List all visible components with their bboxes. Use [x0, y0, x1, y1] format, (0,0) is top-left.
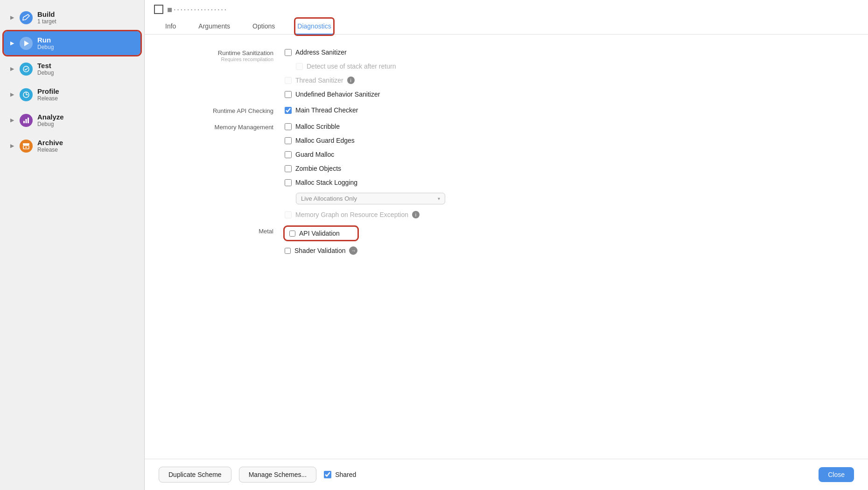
detect-stack-row: Detect use of stack after return [285, 63, 396, 70]
live-allocations-label: Live Allocations Only [301, 195, 357, 202]
address-sanitizer-checkbox[interactable] [285, 49, 292, 56]
runtime-api-label: Runtime API Checking [173, 106, 285, 114]
memory-graph-label: Memory Graph on Resource Exception [295, 211, 408, 218]
svg-rect-6 [23, 143, 29, 145]
chevron-icon: ▶ [10, 91, 14, 98]
svg-rect-4 [26, 119, 27, 123]
tab-diagnostics[interactable]: Diagnostics [295, 19, 333, 35]
sidebar-item-test[interactable]: ▶ Test Debug [4, 57, 140, 81]
run-icon [20, 37, 33, 50]
tab-info[interactable]: Info [163, 19, 178, 35]
memory-graph-row: Memory Graph on Resource Exception i [285, 211, 445, 218]
metal-section: Metal API Validation Shader Validation → [173, 227, 840, 255]
memory-management-label: Memory Management [173, 123, 285, 131]
shared-row: Shared [324, 471, 356, 478]
runtime-sanitization-section: Runtime Sanitization Requires recompilat… [173, 49, 840, 98]
zombie-objects-label: Zombie Objects [295, 165, 341, 172]
address-sanitizer-label: Address Sanitizer [295, 49, 347, 56]
archive-name: Archive [37, 139, 63, 147]
metal-content: API Validation Shader Validation → [285, 227, 357, 255]
profile-name: Profile [37, 87, 59, 95]
archive-sub: Release [37, 147, 63, 153]
detect-stack-checkbox[interactable] [296, 63, 303, 70]
content-area: ◼ · · · · · · · · · · · · · · · · Info A… [145, 0, 868, 490]
scheme-icon [154, 5, 163, 14]
memory-management-content: Malloc Scribble Malloc Guard Edges Guard… [285, 123, 445, 218]
malloc-scribble-label: Malloc Scribble [295, 123, 340, 130]
api-validation-row: API Validation [285, 227, 357, 240]
main-thread-label: Main Thread Checker [295, 106, 358, 114]
svg-rect-5 [28, 118, 29, 123]
build-name: Build [37, 10, 56, 18]
profile-sub: Release [37, 95, 59, 102]
runtime-api-section: Runtime API Checking Main Thread Checker [173, 106, 840, 114]
api-validation-checkbox[interactable] [289, 231, 295, 237]
shader-validation-row: Shader Validation → [285, 246, 357, 255]
run-sub: Debug [37, 44, 54, 50]
run-name: Run [37, 36, 54, 44]
thread-sanitizer-info-icon[interactable]: i [347, 77, 355, 84]
live-allocations-row: Live Allocations Only ▾ [285, 193, 445, 204]
runtime-sanitization-content: Address Sanitizer Detect use of stack af… [285, 49, 396, 98]
manage-schemes-button[interactable]: Manage Schemes... [239, 467, 317, 483]
live-allocations-dropdown[interactable]: Live Allocations Only ▾ [296, 193, 445, 204]
sidebar-item-build[interactable]: ▶ Build 1 target [4, 6, 140, 29]
undefined-behavior-checkbox[interactable] [285, 91, 292, 98]
chevron-icon: ▶ [10, 14, 14, 21]
malloc-stack-checkbox[interactable] [285, 179, 292, 186]
shader-arrow-icon[interactable]: → [349, 246, 357, 255]
memory-graph-info-icon[interactable]: i [412, 211, 420, 218]
sidebar-item-run[interactable]: ▶ Run Debug [4, 31, 140, 55]
chevron-down-icon: ▾ [438, 196, 440, 201]
build-icon [20, 11, 33, 24]
close-button[interactable]: Close [819, 467, 854, 482]
malloc-scribble-row: Malloc Scribble [285, 123, 445, 130]
thread-sanitizer-row: Thread Sanitizer i [285, 77, 396, 84]
malloc-guard-row: Malloc Guard Edges [285, 137, 445, 144]
detect-stack-label: Detect use of stack after return [307, 63, 396, 70]
malloc-stack-label: Malloc Stack Logging [295, 179, 357, 186]
tab-arguments[interactable]: Arguments [196, 19, 232, 35]
runtime-sanitization-label: Runtime Sanitization Requires recompilat… [173, 49, 285, 62]
memory-graph-checkbox[interactable] [285, 211, 292, 218]
malloc-guard-checkbox[interactable] [285, 137, 292, 144]
sidebar-item-archive[interactable]: ▶ Archive Release [4, 134, 140, 158]
shared-checkbox[interactable] [324, 471, 331, 478]
sidebar-item-analyze[interactable]: ▶ Analyze Debug [4, 108, 140, 132]
analyze-sub: Debug [37, 121, 64, 127]
test-name: Test [37, 62, 54, 70]
svg-rect-3 [23, 121, 25, 123]
build-sub: 1 target [37, 18, 56, 25]
thread-sanitizer-checkbox[interactable] [285, 77, 292, 84]
zombie-objects-row: Zombie Objects [285, 165, 445, 172]
thread-sanitizer-label: Thread Sanitizer [295, 77, 343, 84]
test-sub: Debug [37, 70, 54, 76]
shader-validation-checkbox[interactable] [285, 248, 291, 254]
runtime-api-content: Main Thread Checker [285, 106, 358, 114]
malloc-scribble-checkbox[interactable] [285, 123, 292, 130]
scheme-name-dots: ◼ · · · · · · · · · · · · · · · · [167, 6, 226, 13]
guard-malloc-checkbox[interactable] [285, 151, 292, 158]
analyze-icon [20, 114, 33, 127]
diagnostics-panel: Runtime Sanitization Requires recompilat… [145, 35, 868, 459]
memory-management-section: Memory Management Malloc Scribble Malloc… [173, 123, 840, 218]
tabs-bar: Info Arguments Options Diagnostics [154, 19, 859, 34]
address-sanitizer-row: Address Sanitizer [285, 49, 396, 56]
zombie-objects-checkbox[interactable] [285, 165, 292, 172]
tab-options[interactable]: Options [251, 19, 277, 35]
sidebar-item-profile[interactable]: ▶ Profile Release [4, 83, 140, 106]
chevron-icon: ▶ [10, 117, 14, 123]
sidebar: ▶ Build 1 target ▶ Run Debug [0, 0, 145, 490]
shared-label: Shared [335, 471, 356, 478]
guard-malloc-row: Guard Malloc [285, 151, 445, 158]
svg-marker-0 [24, 41, 29, 46]
bottom-bar: Duplicate Scheme Manage Schemes... Share… [145, 459, 868, 490]
malloc-stack-row: Malloc Stack Logging [285, 179, 445, 186]
malloc-guard-label: Malloc Guard Edges [295, 137, 355, 144]
title-bar: ◼ · · · · · · · · · · · · · · · · Info A… [145, 0, 868, 35]
duplicate-scheme-button[interactable]: Duplicate Scheme [159, 467, 231, 483]
scheme-title: ◼ · · · · · · · · · · · · · · · · [154, 5, 859, 14]
api-validation-label: API Validation [299, 230, 340, 237]
chevron-icon: ▶ [10, 40, 14, 46]
main-thread-checkbox[interactable] [285, 107, 292, 114]
